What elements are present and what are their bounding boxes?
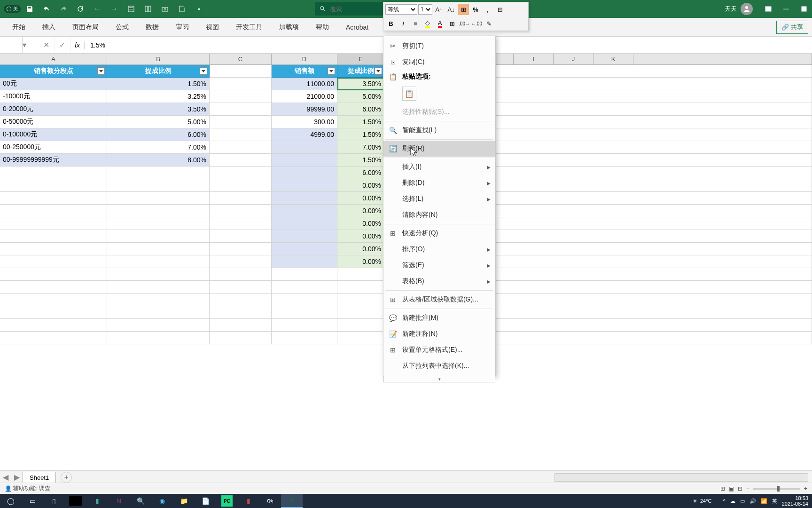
cell[interactable]: [107, 255, 210, 268]
cell[interactable]: [210, 154, 272, 167]
camera-icon[interactable]: [157, 2, 173, 16]
cell[interactable]: [272, 294, 337, 306]
zoom-out-icon[interactable]: −: [746, 485, 750, 492]
view-break-icon[interactable]: ⊟: [738, 485, 742, 492]
view-page-icon[interactable]: ▣: [729, 485, 734, 492]
cell[interactable]: 7.00%: [337, 141, 384, 154]
fx-icon[interactable]: fx: [70, 41, 85, 49]
tab-developer[interactable]: 开发工具: [227, 18, 271, 37]
tray-battery-icon[interactable]: ▭: [740, 498, 745, 504]
cell[interactable]: [210, 90, 272, 103]
autosave-toggle[interactable]: 关: [4, 5, 21, 13]
tray-weather[interactable]: ☀ 24°C: [693, 498, 712, 504]
tab-help[interactable]: 帮助: [307, 18, 337, 37]
cell[interactable]: [272, 255, 337, 268]
col-header-d[interactable]: D: [272, 54, 337, 64]
cell[interactable]: [210, 243, 272, 255]
filter-icon[interactable]: [328, 67, 335, 75]
tab-pagelayout[interactable]: 页面布局: [64, 18, 107, 37]
fill-color-icon[interactable]: ◇: [422, 18, 433, 29]
cell[interactable]: [210, 268, 272, 281]
context-smart-lookup[interactable]: 🔍智能查找(L): [383, 122, 495, 138]
cell[interactable]: 0-20000元: [0, 103, 107, 116]
font-size-select[interactable]: 11: [418, 4, 432, 15]
save-icon[interactable]: [22, 2, 38, 16]
cell[interactable]: 0.00%: [337, 205, 384, 217]
filter-icon[interactable]: [375, 67, 382, 75]
cell[interactable]: [210, 65, 272, 78]
cell[interactable]: [337, 294, 384, 306]
repeat-icon[interactable]: [72, 2, 88, 16]
cell[interactable]: [0, 217, 107, 230]
cell[interactable]: [107, 306, 210, 319]
cell[interactable]: [107, 167, 210, 179]
cell[interactable]: 0.00%: [337, 243, 384, 255]
tb-icon-1[interactable]: [123, 2, 139, 16]
col-header-e[interactable]: E: [337, 54, 384, 64]
sheet-nav-prev[interactable]: ◀: [0, 473, 11, 482]
cell[interactable]: 1.50%: [107, 78, 210, 90]
tray-wifi-icon[interactable]: 📶: [761, 498, 767, 504]
tray-cloud-icon[interactable]: ☁: [730, 498, 735, 504]
enter-formula-icon[interactable]: ✓: [55, 37, 70, 53]
cell[interactable]: [210, 332, 272, 344]
cell[interactable]: [107, 332, 210, 344]
cell[interactable]: 99999.00: [272, 103, 337, 116]
cell[interactable]: 1.50%: [337, 154, 384, 167]
filter-icon[interactable]: [200, 67, 207, 75]
context-sort[interactable]: 排序(O)▶: [383, 241, 495, 257]
cell[interactable]: 6.00%: [107, 128, 210, 141]
cell[interactable]: [272, 332, 337, 344]
start-button[interactable]: ◯: [0, 494, 22, 508]
minimize-icon[interactable]: ─: [778, 2, 794, 16]
context-quick-analysis[interactable]: ⊞快速分析(Q): [383, 225, 495, 241]
maximize-icon[interactable]: [796, 2, 812, 16]
context-format-cells[interactable]: ⊞设置单元格格式(E)...: [383, 342, 495, 358]
cell[interactable]: [210, 78, 272, 90]
cell[interactable]: 00元: [0, 78, 107, 90]
cell[interactable]: [107, 319, 210, 332]
cell[interactable]: [107, 217, 210, 230]
italic-icon[interactable]: I: [398, 18, 409, 29]
col-header-b[interactable]: B: [107, 54, 210, 64]
user-account[interactable]: 天天: [725, 3, 753, 15]
cell[interactable]: 0-50000元: [0, 116, 107, 128]
zoom-in-icon[interactable]: +: [804, 485, 807, 492]
cell[interactable]: [337, 306, 384, 319]
sheet-add-button[interactable]: +: [61, 472, 72, 483]
context-table[interactable]: 表格(B)▶: [383, 273, 495, 289]
tab-data[interactable]: 数据: [137, 18, 167, 37]
cell[interactable]: 21000.00: [272, 90, 337, 103]
format-icon[interactable]: ⊟: [494, 4, 506, 15]
task-notepadpp[interactable]: 📄: [195, 494, 216, 508]
qat-more-icon[interactable]: ▾: [191, 2, 207, 16]
col-header-rest[interactable]: [633, 54, 812, 64]
cell[interactable]: [210, 167, 272, 179]
cell[interactable]: 0-100000元: [0, 128, 107, 141]
context-copy[interactable]: ⎘复制(C): [383, 54, 495, 70]
col-header-a[interactable]: A: [0, 54, 107, 64]
table2-header-e[interactable]: 提成比例: [337, 65, 384, 78]
cell[interactable]: [210, 192, 272, 205]
sheet-tab[interactable]: Sheet1: [23, 472, 56, 483]
cell[interactable]: 1.50%: [337, 128, 384, 141]
tb-icon-3[interactable]: [174, 2, 190, 16]
cell[interactable]: 5.00%: [337, 90, 384, 103]
tray-ime[interactable]: 英: [772, 498, 777, 505]
cell[interactable]: [272, 192, 337, 205]
tab-view[interactable]: 视图: [197, 18, 227, 37]
cell[interactable]: [210, 179, 272, 192]
cell[interactable]: [0, 167, 107, 179]
task-msstore[interactable]: 🛍: [259, 494, 281, 508]
context-cut[interactable]: ✂剪切(T): [383, 38, 495, 54]
cell[interactable]: 4999.00: [272, 128, 337, 141]
cell[interactable]: [107, 230, 210, 243]
undo-icon[interactable]: [39, 2, 55, 16]
task-onenote[interactable]: N: [108, 494, 130, 508]
view-normal-icon[interactable]: ⊞: [720, 485, 725, 492]
task-edge[interactable]: ◉: [151, 494, 173, 508]
cell[interactable]: [272, 167, 337, 179]
task-excel[interactable]: X: [281, 494, 303, 508]
decrease-font-icon[interactable]: A↓: [445, 4, 457, 15]
tab-formulas[interactable]: 公式: [107, 18, 137, 37]
